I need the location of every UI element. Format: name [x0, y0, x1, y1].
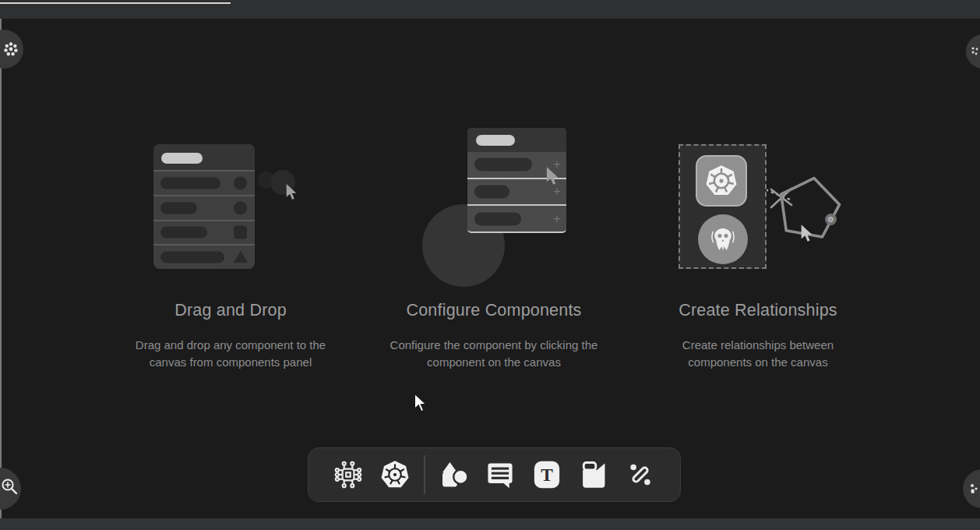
gear-icon[interactable]: ⚙ — [825, 214, 837, 225]
text-tool-icon: T — [531, 459, 562, 490]
bottom-bar — [0, 518, 980, 530]
cursor-icon — [545, 166, 559, 186]
plus-icon: + — [553, 184, 561, 200]
component-row — [153, 195, 255, 220]
cursor-icon — [285, 183, 298, 200]
toolbar-relationship-button[interactable] — [622, 457, 658, 493]
shapes-icon — [439, 459, 470, 490]
panel-title-pill — [476, 135, 515, 146]
drag-drop-panel-illustration — [153, 144, 255, 269]
feature-desc-configure: Configure the component by clicking the … — [377, 337, 611, 371]
left-edge-divider — [0, 19, 2, 518]
flower-icon — [3, 41, 19, 57]
toolbar-comment-button[interactable] — [482, 457, 518, 493]
progress-line — [0, 2, 231, 4]
right-top-button[interactable] — [966, 34, 980, 69]
plus-icon: + — [553, 210, 561, 226]
kubernetes-node — [696, 155, 747, 207]
panel-title-pill — [161, 153, 203, 164]
feature-title-relationships: Create Relationships — [641, 301, 875, 320]
right-top-icon — [971, 46, 978, 57]
feature-desc-drag-drop: Drag and drop any component to the canva… — [122, 337, 340, 371]
cursor-icon — [800, 224, 813, 242]
toolbar-mesh-component-button[interactable] — [330, 457, 366, 493]
kubernetes-icon — [703, 163, 739, 199]
zoom-search-button[interactable] — [0, 468, 21, 510]
panel-header — [153, 144, 255, 170]
toolbar-note-button[interactable] — [576, 457, 612, 493]
component-toolbar: T — [308, 447, 681, 502]
svg-text:T: T — [541, 465, 553, 485]
toolbar-text-button[interactable]: T — [529, 457, 565, 493]
squid-mascot-icon — [703, 219, 743, 260]
config-row: + — [467, 204, 566, 231]
flower-menu-button[interactable] — [0, 30, 23, 69]
feature-title-drag-drop: Drag and Drop — [114, 301, 347, 320]
toolbar-kubernetes-button[interactable] — [377, 457, 413, 493]
mesh-component-icon — [333, 460, 363, 489]
toolbar-shapes-button[interactable] — [436, 457, 472, 493]
selection-dashed-box — [679, 144, 767, 269]
feature-desc-relationships: Create relationships between components … — [664, 337, 851, 371]
toolbar-divider — [424, 455, 425, 494]
comment-icon — [485, 459, 516, 490]
mouse-cursor — [414, 393, 427, 412]
panel-header — [467, 128, 566, 152]
canvas-page: + + + — [0, 0, 980, 530]
component-row — [153, 244, 255, 269]
right-bottom-icon — [969, 482, 978, 495]
note-icon — [578, 459, 609, 490]
relationship-edge-icon — [625, 459, 656, 490]
magnifier-plus-icon — [1, 478, 19, 496]
feature-title-configure: Configure Components — [377, 301, 611, 320]
kubernetes-icon — [379, 459, 411, 490]
component-row — [153, 220, 255, 245]
component-row — [153, 170, 255, 195]
right-bottom-button[interactable] — [963, 469, 980, 508]
mascot-node — [698, 214, 748, 264]
